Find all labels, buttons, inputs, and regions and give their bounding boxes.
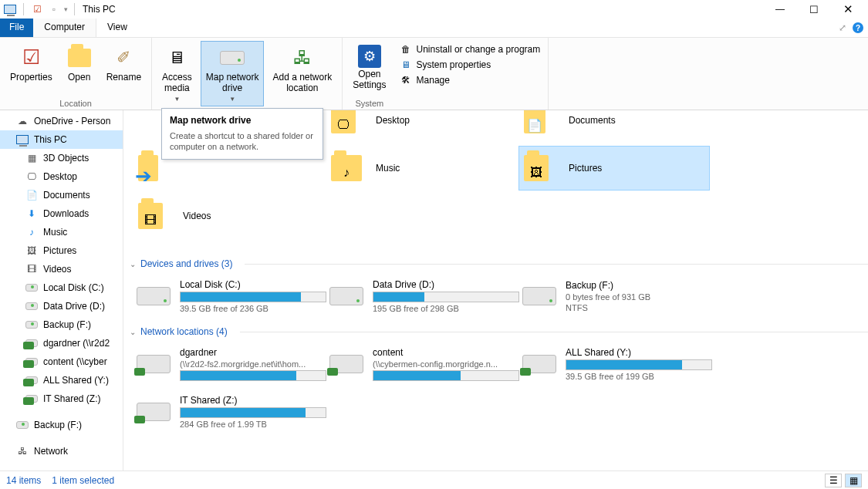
view-details-button[interactable]: ☰ (825, 474, 842, 487)
ribbon-group-location: ☑ Properties Open ✐ Rename Location (0, 38, 152, 110)
folder-label: Desktop (376, 115, 512, 126)
nav-item[interactable]: Backup (F:) (0, 416, 123, 434)
ribbon-tabs: File Computer View ⤢ ? (0, 19, 868, 38)
tooltip: Map network drive Create a shortcut to a… (161, 108, 323, 160)
nav-item-label: ALL Shared (Y:) (43, 375, 109, 386)
qat-check-icon[interactable]: ☑ (30, 2, 44, 16)
nav-item-icon: ⬇ (25, 207, 39, 221)
network-drive-label: content (373, 347, 508, 358)
network-drive-icon (135, 393, 172, 430)
help-icon[interactable]: ? (853, 22, 863, 33)
ribbon-collapse-icon[interactable]: ⤢ (839, 22, 846, 33)
nav-item-icon (25, 392, 39, 406)
minimize-button[interactable]: — (763, 0, 797, 19)
nav-item[interactable]: ☁OneDrive - Person (0, 112, 123, 130)
network-drive-path: (\\cybermen-config.morgridge.n... (373, 359, 508, 369)
network-drive-label: ALL Shared (Y:) (566, 347, 701, 358)
nav-item[interactable]: ▦3D Objects (0, 149, 123, 167)
drive-sub: 0 bytes free of 931 GB (566, 292, 701, 302)
open-settings-button[interactable]: ⚙ Open Settings (347, 41, 391, 97)
nav-item[interactable]: 🖼Pictures (0, 241, 123, 260)
nav-item[interactable]: IT Shared (Z:) (0, 390, 123, 408)
access-media-button[interactable]: 🖥 Access media ▼ (157, 41, 198, 106)
drive-sub: 39.5 GB free of 236 GB (180, 304, 316, 313)
drive-tile[interactable]: Data Drive (D:)195 GB free of 298 GB (323, 274, 514, 319)
drive-label: Data Drive (D:) (373, 279, 508, 290)
nav-item[interactable]: 📄Documents (0, 186, 123, 204)
folder-tile[interactable]: 🖼Pictures (518, 146, 710, 191)
nav-item[interactable]: 🖧Network (0, 442, 123, 460)
folder-tile[interactable]: 🖵Desktop (326, 110, 517, 143)
rename-icon: ✐ (110, 45, 137, 71)
tab-computer[interactable]: Computer (33, 19, 96, 37)
qat-dropdown-icon[interactable]: ▾ (64, 5, 68, 13)
nav-item[interactable]: ALL Shared (Y:) (0, 371, 123, 390)
network-drive-tile[interactable]: IT Shared (Z:)284 GB free of 1.99 TB (130, 390, 321, 434)
chevron-down-icon: ⌄ (130, 328, 136, 336)
add-network-location-button[interactable]: 🖧 Add a network location (267, 41, 337, 106)
nav-item-label: 3D Objects (43, 153, 89, 164)
drive-tile[interactable]: Local Disk (C:)39.5 GB free of 236 GB (130, 274, 321, 319)
status-selected-count: 1 item selected (52, 475, 114, 486)
network-drive-tile[interactable]: content(\\cybermen-config.morgridge.n... (323, 342, 514, 386)
drive-tile[interactable]: Backup (F:)0 bytes free of 931 GBNTFS (515, 274, 707, 319)
nav-item-icon (25, 336, 39, 350)
folder-tile[interactable]: 🎞Videos (133, 194, 324, 238)
map-network-drive-button[interactable]: Map network drive ▼ (201, 41, 265, 106)
nav-item-icon: 🖧 (15, 444, 29, 458)
section-devices-header[interactable]: ⌄ Devices and drives (3) (130, 258, 868, 269)
open-button[interactable]: Open (61, 41, 98, 97)
nav-item[interactable]: 🎞Videos (0, 260, 123, 278)
folder-icon: 🖵 (331, 110, 368, 139)
nav-item[interactable]: dgardner (\\r2d2 (0, 334, 123, 352)
nav-item[interactable]: ♪Music (0, 223, 123, 241)
nav-item[interactable]: 🖵Desktop (0, 167, 123, 186)
nav-item[interactable]: This PC (0, 130, 123, 149)
properties-button[interactable]: ☑ Properties (5, 41, 58, 97)
nav-item-label: Documents (43, 190, 90, 201)
drive-icon (135, 278, 172, 315)
network-drive-tile[interactable]: ALL Shared (Y:)39.5 GB free of 199 GB (515, 342, 707, 386)
network-drive-path: (\\r2d2-fs2.morgridge.net\it\hom... (180, 359, 316, 369)
nav-item[interactable]: Local Disk (C:) (0, 278, 123, 297)
navigation-pane: ☁OneDrive - PersonThis PC▦3D Objects🖵Des… (0, 110, 123, 470)
drive-sub: 195 GB free of 298 GB (373, 304, 508, 313)
capacity-bar (180, 292, 326, 302)
ribbon-group-network: 🖥 Access media ▼ Map network drive ▼ 🖧 A… (152, 38, 343, 110)
properties-icon: ☑ (18, 45, 44, 71)
system-properties-button[interactable]: 🖥 System properties (397, 58, 544, 72)
capacity-bar (180, 407, 326, 418)
nav-item[interactable]: Backup (F:) (0, 315, 123, 334)
manage-button[interactable]: 🛠 Manage (397, 73, 544, 87)
network-drive-tile[interactable]: dgardner(\\r2d2-fs2.morgridge.net\it\hom… (130, 342, 321, 386)
tooltip-body: Create a shortcut to a shared folder or … (170, 130, 315, 153)
maximize-button[interactable]: ☐ (797, 0, 831, 19)
drive-label: Local Disk (C:) (180, 279, 316, 290)
folder-tile[interactable]: ♪Music (326, 146, 517, 191)
nav-item-label: Pictures (43, 245, 76, 256)
nav-item-icon: ☁ (15, 114, 29, 128)
uninstall-program-button[interactable]: 🗑 Uninstall or change a program (397, 42, 544, 56)
nav-item[interactable]: ⬇Downloads (0, 204, 123, 223)
qat-new-icon[interactable]: ▫ (47, 2, 61, 16)
manage-icon: 🛠 (400, 74, 412, 86)
ribbon-group-system: ⚙ Open Settings System 🗑 Uninstall or ch… (343, 38, 549, 110)
nav-item-icon: ▦ (25, 151, 39, 165)
group-label-location: Location (5, 97, 147, 108)
rename-button[interactable]: ✐ Rename (101, 41, 147, 97)
network-drive-label: IT Shared (Z:) (180, 395, 316, 406)
folder-tile[interactable]: 📄Documents (518, 110, 710, 143)
nav-item-icon (25, 299, 39, 313)
section-netloc-header[interactable]: ⌄ Network locations (4) (130, 326, 868, 337)
nav-item[interactable]: Data Drive (D:) (0, 297, 123, 315)
close-button[interactable]: ✕ (831, 0, 865, 19)
tab-view[interactable]: View (96, 19, 138, 37)
nav-item-label: Data Drive (D:) (43, 301, 105, 312)
access-media-icon: 🖥 (164, 45, 190, 71)
nav-item[interactable]: content (\\cyber (0, 352, 123, 371)
view-tiles-button[interactable]: ▦ (845, 474, 862, 487)
network-drive-icon (328, 346, 365, 383)
window-title: This PC (83, 4, 116, 15)
capacity-bar (180, 370, 326, 381)
tab-file[interactable]: File (0, 19, 33, 37)
